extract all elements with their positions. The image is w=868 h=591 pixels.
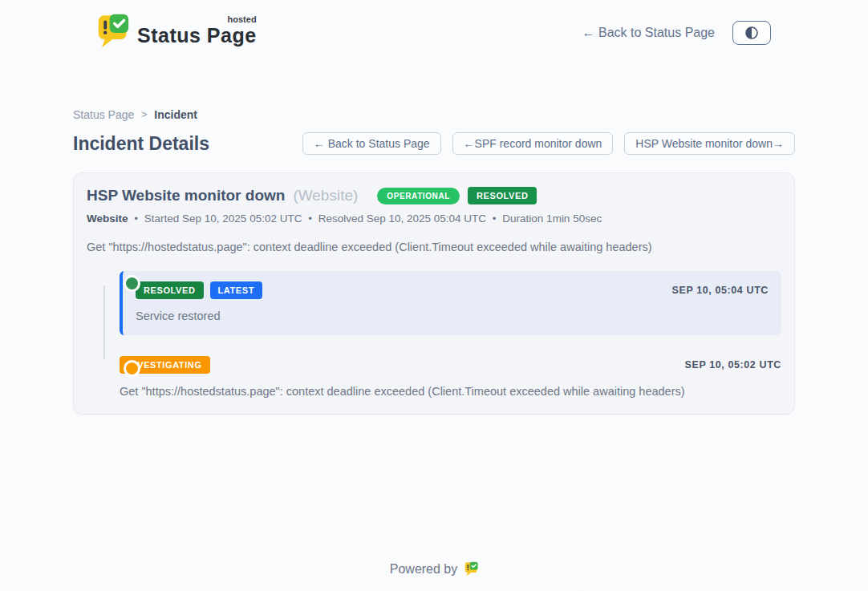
next-incident-button[interactable]: HSP Website monitor down→ — [624, 132, 795, 155]
incident-nav-buttons: ← Back to Status Page ←SPF record monito… — [302, 132, 795, 155]
timeline-dot-investigating-icon — [126, 362, 138, 374]
meta-component: Website — [87, 213, 128, 225]
back-to-status-page-button[interactable]: ← Back to Status Page — [302, 132, 441, 155]
theme-toggle-button[interactable] — [732, 21, 771, 45]
brand-name: Status Page — [137, 24, 257, 47]
timeline-message: Get "https://hostedstatus.page": context… — [120, 385, 781, 398]
incident-meta: Website • Started Sep 10, 2025 05:02 UTC… — [87, 213, 781, 225]
incident-description: Get "https://hostedstatus.page": context… — [87, 241, 781, 253]
timeline-dot-resolved-icon — [126, 277, 138, 289]
status-page-mini-logo-icon[interactable] — [464, 561, 478, 577]
powered-by-label: Powered by — [390, 562, 458, 577]
brand-hosted-label: hosted — [228, 14, 257, 24]
half-circle-contrast-icon — [744, 25, 760, 41]
timeline-timestamp: SEP 10, 05:04 UTC — [672, 285, 769, 296]
breadcrumb: Status Page > Incident — [73, 108, 795, 121]
resolved-status-badge: RESOLVED — [468, 187, 537, 204]
page-title: Incident Details — [73, 133, 209, 155]
timeline-entry-resolved: RESOLVED LATEST SEP 10, 05:04 UTC Servic… — [120, 271, 781, 335]
incident-component: (Website) — [293, 187, 358, 204]
breadcrumb-status-page[interactable]: Status Page — [73, 108, 134, 121]
timeline-resolved-badge: RESOLVED — [136, 281, 204, 299]
operational-status-badge: OPERATIONAL — [377, 188, 460, 204]
timeline-entry-investigating: INVESTIGATING SEP 10, 05:02 UTC Get "htt… — [120, 356, 781, 398]
status-page-logo-icon — [97, 13, 129, 52]
meta-duration: Duration 1min 50sec — [502, 213, 602, 225]
incident-timeline: RESOLVED LATEST SEP 10, 05:04 UTC Servic… — [87, 271, 781, 398]
meta-resolved: Resolved Sep 10, 2025 05:04 UTC — [318, 213, 486, 225]
brand-logo[interactable]: hosted Status Page — [97, 13, 257, 52]
breadcrumb-incident: Incident — [154, 108, 197, 121]
timeline-message: Service restored — [136, 310, 769, 322]
timeline-connector-line — [103, 285, 105, 359]
incident-card: HSP Website monitor down (Website) OPERA… — [73, 172, 795, 415]
timeline-latest-badge: LATEST — [210, 281, 263, 299]
header: hosted Status Page ← Back to Status Page — [73, 0, 795, 63]
breadcrumb-separator: > — [141, 109, 147, 120]
footer: Powered by © 2025-10-08 14:10:34.772084 … — [73, 561, 795, 591]
header-back-to-status-page-link[interactable]: ← Back to Status Page — [582, 26, 715, 40]
timeline-timestamp: SEP 10, 05:02 UTC — [685, 359, 781, 370]
meta-started: Started Sep 10, 2025 05:02 UTC — [144, 213, 302, 225]
incident-title: HSP Website monitor down — [87, 187, 285, 204]
prev-incident-button[interactable]: ←SPF record monitor down — [452, 132, 614, 155]
